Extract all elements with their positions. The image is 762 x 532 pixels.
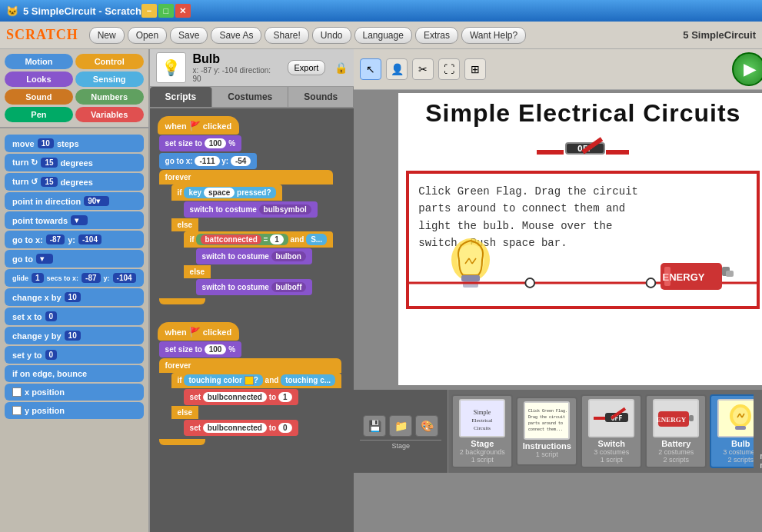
sprite-card-stage[interactable]: Simple Electrical Circuits Stage 2 backg… xyxy=(451,394,513,468)
minimize-button[interactable]: − xyxy=(141,4,157,18)
svg-rect-16 xyxy=(726,271,734,277)
block-goto[interactable]: go to ▾ xyxy=(5,250,144,268)
bulb-thumb-svg xyxy=(719,401,754,436)
if-block-1[interactable]: if key space pressed? xyxy=(171,185,282,201)
tab-scripts[interactable]: Scripts xyxy=(150,87,213,107)
save-stage-button[interactable]: 💾 xyxy=(363,415,386,437)
block-switch-costume-2[interactable]: switch to costume bulbon xyxy=(196,248,312,264)
help-button[interactable]: Want Help? xyxy=(461,27,526,44)
mouse-coordinates: mouse x: -7 mouse y: 17 xyxy=(754,448,762,473)
block-turn-left[interactable]: turn ↺ 15 degrees xyxy=(5,173,144,191)
sprite-info: Bulb x: -87 y: -104 direction: 90 xyxy=(192,52,281,83)
block-glide[interactable]: glide 1 secs to x: -87 y: -104 xyxy=(5,269,144,287)
cat-sound-button[interactable]: Sound xyxy=(5,89,73,105)
sprite-name: Bulb xyxy=(192,52,281,66)
hat-block-2[interactable]: when 🚩 clicked xyxy=(158,322,240,341)
maximize-button[interactable]: □ xyxy=(158,4,174,18)
cat-variables-button[interactable]: Variables xyxy=(75,107,144,122)
block-switch-costume-3[interactable]: switch to costume bulboff xyxy=(196,279,313,295)
category-panel: Motion Control Looks Sensing Sound Numbe… xyxy=(0,49,148,128)
block-set-size[interactable]: set size to 100 % xyxy=(159,135,242,151)
block-change-y[interactable]: change y by 10 xyxy=(5,327,144,344)
pointer-tool-button[interactable]: ↖ xyxy=(360,58,381,80)
switch-thumb-svg: OFF xyxy=(590,401,633,436)
battery-svg: ENERGY xyxy=(657,251,741,298)
green-flag-icon: ▶ xyxy=(744,60,755,78)
project-name: 5 SimpleCircuit xyxy=(683,29,756,41)
sprite-strip: 💾 📁 🎨 Stage Simple Electrical Circuits xyxy=(354,388,762,473)
cat-motion-button[interactable]: Motion xyxy=(5,54,73,69)
grid-tool-button[interactable]: ⊞ xyxy=(464,58,486,80)
block-edge-bounce[interactable]: if on edge, bounce xyxy=(5,365,144,382)
block-set-x[interactable]: set x to 0 xyxy=(5,308,144,325)
block-switch-costume-1[interactable]: switch to costume bulbsymbol xyxy=(184,201,318,218)
open-stage-button[interactable]: 📁 xyxy=(389,415,412,437)
cat-pen-button[interactable]: Pen xyxy=(5,107,73,122)
else-label-3: else xyxy=(171,406,198,419)
cat-numbers-button[interactable]: Numbers xyxy=(75,89,144,105)
sprite-card-switch[interactable]: OFF Switch 3 costumes1 script xyxy=(581,394,642,468)
extras-button[interactable]: Extras xyxy=(415,27,458,44)
svg-text:Circuits: Circuits xyxy=(474,425,491,431)
block-goto-xy[interactable]: go to x: -87 y: -104 xyxy=(5,231,144,248)
if-nested: if battconnected = 1 and S... switch to … xyxy=(184,231,334,296)
cat-control-button[interactable]: Control xyxy=(75,54,144,69)
share-button[interactable]: Share! xyxy=(265,27,308,44)
switch-svg: OFF xyxy=(537,137,629,168)
if-block-3[interactable]: if touching color ? and touching c... xyxy=(171,373,341,388)
block-point-towards[interactable]: point towards ▾ xyxy=(5,211,144,229)
blocks-list: move 10 steps turn ↻ 15 degrees turn ↺ 1… xyxy=(0,128,148,532)
save-as-button[interactable]: Save As xyxy=(211,27,261,44)
person-tool-button[interactable]: 👤 xyxy=(386,58,408,80)
block-set-size-2[interactable]: set size to 100 % xyxy=(159,341,242,357)
block-set-bulbconnected-1[interactable]: set bulbconnected to 1 xyxy=(184,389,298,405)
sprite-card-battery[interactable]: ENERGY Battery 2 costumes2 scripts xyxy=(645,394,707,468)
window-controls: − □ ✕ xyxy=(141,4,191,18)
block-change-x[interactable]: change x by 10 xyxy=(5,288,144,306)
close-button[interactable]: ✕ xyxy=(175,4,191,18)
new-button[interactable]: New xyxy=(89,27,125,44)
if-block-2[interactable]: if battconnected = 1 and S... xyxy=(184,231,334,248)
fullscreen-tool-button[interactable]: ⛶ xyxy=(438,58,460,80)
stage-toolbar: ↖ 👤 ✂ ⛶ ⊞ ▶ ⬛ xyxy=(354,49,762,90)
svg-rect-23 xyxy=(525,403,568,438)
hat-block-1[interactable]: when 🚩 clicked xyxy=(158,116,240,135)
export-button[interactable]: Export xyxy=(288,60,326,75)
instructions-thumb-svg: Click Green Flag. Drag the circuit parts… xyxy=(525,403,568,438)
block-set-bulbconnected-0[interactable]: set bulbconnected to 0 xyxy=(184,420,298,436)
title-bar: 🐱 5 SimpleCircuit - Scratch − □ ✕ xyxy=(0,0,762,22)
else-nested-body: switch to costume bulboff xyxy=(196,278,334,296)
cat-looks-button[interactable]: Looks xyxy=(5,71,73,87)
stage-title: Simple Electrical Circuits xyxy=(398,93,762,134)
block-point-direction[interactable]: point in direction 90▾ xyxy=(5,192,144,210)
forever-block-2[interactable]: forever if touching color ? and touching… xyxy=(159,358,341,447)
scissors-tool-button[interactable]: ✂ xyxy=(412,58,434,80)
scratch-logo: SCRATCH xyxy=(6,27,78,43)
tab-sounds[interactable]: Sounds xyxy=(288,87,354,107)
forever-cap-2 xyxy=(159,439,205,445)
sprite-card-stage-thumb: Simple Electrical Circuits xyxy=(459,399,505,437)
sprite-card-switch-info: 3 costumes1 script xyxy=(594,448,629,464)
save-button[interactable]: Save xyxy=(170,27,208,44)
sprite-card-instructions[interactable]: Click Green Flag. Drag the circuit parts… xyxy=(516,397,577,466)
sprite-icon-image: 💡 xyxy=(161,58,181,77)
block-turn-right[interactable]: turn ↻ 15 degrees xyxy=(5,154,144,171)
cat-sensing-button[interactable]: Sensing xyxy=(75,71,144,87)
block-set-y[interactable]: set y to 0 xyxy=(5,346,144,364)
sprite-strip-inner: Simple Electrical Circuits Stage 2 backg… xyxy=(448,390,754,473)
sprite-card-battery-info: 2 costumes2 scripts xyxy=(658,448,694,464)
block-go-to-xy-1[interactable]: go to x: -111 y: -54 xyxy=(159,153,258,169)
else-label-1: else xyxy=(171,218,198,231)
green-flag-button[interactable]: ▶ xyxy=(732,52,762,86)
block-x-position[interactable]: ☑ x position xyxy=(5,384,144,401)
forever-block-1[interactable]: forever if key space pressed? switch xyxy=(159,170,334,307)
block-y-position[interactable]: ☑ y position xyxy=(5,402,144,419)
paint-stage-button[interactable]: 🎨 xyxy=(415,415,438,437)
block-move-steps[interactable]: move 10 steps xyxy=(5,135,144,152)
tab-costumes[interactable]: Costumes xyxy=(212,87,288,107)
open-button[interactable]: Open xyxy=(128,27,167,44)
sprite-card-bulb[interactable]: Bulb 3 costumes2 scripts xyxy=(710,394,754,468)
undo-button[interactable]: Undo xyxy=(312,27,351,44)
language-button[interactable]: Language xyxy=(354,27,412,44)
forever-body-1: if key space pressed? switch to costume … xyxy=(171,185,334,296)
